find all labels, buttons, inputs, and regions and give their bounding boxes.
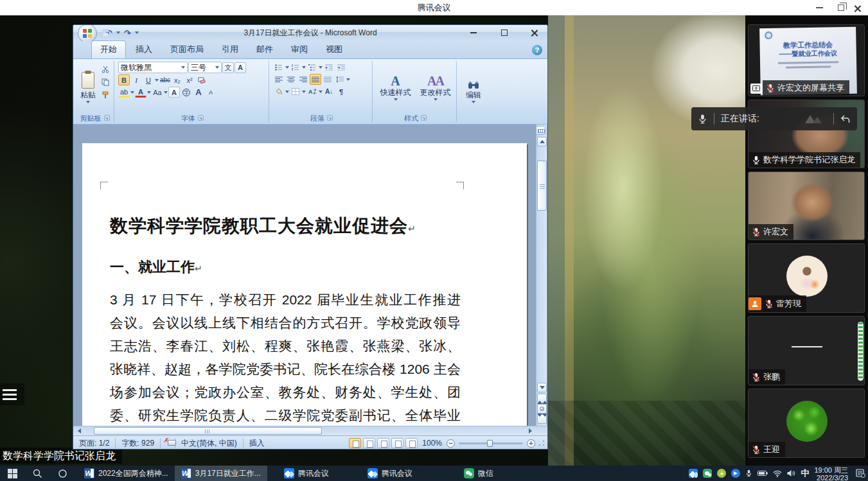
word-titlebar[interactable]: ↶ ↷ 3月17日就业工作会议 - Microsoft Word <box>73 25 547 41</box>
asian-layout-dropdown-icon[interactable] <box>319 91 323 93</box>
tray-wechat-icon[interactable] <box>703 469 712 478</box>
shrink-font-button[interactable]: A <box>205 87 217 98</box>
sort-button[interactable]: A↓ <box>323 86 335 97</box>
taskbar-search-button[interactable] <box>25 466 50 481</box>
taskbar-clock[interactable]: 19:00 周三 2022/3/23 <box>814 466 848 481</box>
line-spacing-button[interactable] <box>334 74 346 85</box>
bullets-button[interactable] <box>273 62 285 73</box>
editing-button[interactable]: 编辑 <box>463 80 484 105</box>
zoom-in-button[interactable]: + <box>527 439 535 448</box>
bullets-dropdown-icon[interactable] <box>285 66 289 69</box>
shading-button[interactable]: A <box>168 87 180 98</box>
align-center-button[interactable] <box>285 74 297 85</box>
ruler-toggle-button[interactable] <box>536 126 545 135</box>
h-scrollbar-thumb[interactable] <box>94 427 322 435</box>
underline-button[interactable]: U <box>143 74 154 85</box>
reply-arrow-icon[interactable] <box>840 114 851 124</box>
resize-grip[interactable] <box>538 440 545 446</box>
styles-dialog-launcher[interactable]: ↘ <box>421 115 427 121</box>
language-indicator[interactable]: 中文(简体, 中国) <box>175 438 244 448</box>
font-color-button[interactable]: A <box>135 87 146 98</box>
taskbar-app-meeting-2[interactable]: 腾讯会议 <box>361 466 419 481</box>
tab-review[interactable]: 审阅 <box>283 41 316 58</box>
align-right-button[interactable] <box>297 74 309 85</box>
grow-font-button[interactable]: A <box>193 87 204 98</box>
previous-page-button[interactable] <box>537 394 547 403</box>
spellcheck-status[interactable]: ✗ <box>161 438 175 448</box>
help-button[interactable]: ? <box>532 45 542 55</box>
draft-view-button[interactable] <box>405 438 418 448</box>
clipboard-dialog-launcher[interactable]: ↘ <box>104 115 110 121</box>
subscript-button[interactable]: x₂ <box>172 74 183 85</box>
document-page[interactable]: 数学科学学院教职工大会就业促进会↵ 一、就业工作↵ 3 月 17 日下午，学校召… <box>82 143 527 426</box>
shading-dropdown-icon[interactable] <box>285 91 289 93</box>
superscript-button[interactable]: x² <box>184 74 195 85</box>
next-page-button[interactable] <box>537 414 547 424</box>
participant-list-scrollbar[interactable] <box>858 322 864 381</box>
quick-styles-button[interactable]: A 快速样式 <box>378 73 414 102</box>
page-indicator[interactable]: 页面: 1/2 <box>73 438 116 448</box>
scroll-up-button[interactable] <box>537 137 547 146</box>
word-close-button[interactable] <box>524 26 544 39</box>
participant-avatar-thumbnail[interactable]: 雷芳現 <box>748 243 865 313</box>
scrollbar-thumb[interactable] <box>537 161 547 211</box>
strikethrough-button[interactable]: abc <box>159 74 171 85</box>
web-layout-view-button[interactable] <box>377 438 389 448</box>
format-painter-button[interactable] <box>100 89 111 100</box>
tab-view[interactable]: 视图 <box>317 41 351 58</box>
cortana-button[interactable] <box>50 466 75 481</box>
tray-app-icon[interactable] <box>731 469 740 478</box>
participant-avatar-thumbnail[interactable]: 张鹏 <box>748 316 865 385</box>
paste-button[interactable]: 粘贴 <box>78 62 98 113</box>
font-dialog-launcher[interactable]: ↘ <box>198 115 204 121</box>
participant-video-thumbnail[interactable]: 许宏文 <box>748 171 865 240</box>
minimize-button[interactable] <box>808 0 830 15</box>
highlight-dropdown-icon[interactable] <box>130 91 134 94</box>
pinyin-guide-button[interactable]: 文 <box>222 62 234 73</box>
outline-view-button[interactable] <box>391 438 403 448</box>
multilevel-dropdown-icon[interactable] <box>319 66 323 69</box>
word-minimize-button[interactable] <box>464 26 483 39</box>
align-left-button[interactable] <box>273 74 285 85</box>
fullscreen-view-button[interactable] <box>363 438 375 448</box>
character-border-button[interactable]: A <box>235 62 246 73</box>
close-button[interactable] <box>846 0 868 15</box>
increase-indent-button[interactable] <box>335 62 347 73</box>
justify-button[interactable] <box>310 74 321 85</box>
font-color-dropdown-icon[interactable] <box>147 91 151 94</box>
highlight-button[interactable]: ab <box>118 87 130 98</box>
shading-fill-button[interactable] <box>273 86 285 97</box>
asian-layout-button[interactable]: A <box>306 86 318 97</box>
scroll-left-button[interactable] <box>75 427 84 435</box>
ime-indicator[interactable]: 中 <box>801 468 809 479</box>
tray-volume-icon[interactable] <box>787 469 795 477</box>
font-size-combo[interactable]: 三号 <box>188 62 222 73</box>
paragraph-dialog-launcher[interactable]: ↘ <box>327 115 333 121</box>
tray-network-icon[interactable] <box>773 470 782 477</box>
show-marks-button[interactable]: ¶ <box>335 86 347 97</box>
cut-button[interactable] <box>100 64 111 74</box>
clear-formatting-button[interactable] <box>196 74 208 85</box>
tray-battery-icon[interactable] <box>757 470 768 477</box>
select-browse-object-button[interactable] <box>537 404 547 414</box>
tray-tencent-meeting-icon[interactable] <box>689 469 698 478</box>
screen-share-thumbnail[interactable]: 教学工作总结会 ——暨就业工作会议 许宏文的屏幕共享 <box>748 24 865 96</box>
numbering-dropdown-icon[interactable] <box>302 66 306 69</box>
bold-button[interactable]: B <box>118 74 130 85</box>
underline-dropdown-icon[interactable] <box>155 79 159 82</box>
word-count[interactable]: 字数: 929 <box>116 438 161 448</box>
italic-button[interactable]: I <box>130 74 142 85</box>
participant-avatar-thumbnail[interactable]: 王迎 <box>748 389 865 458</box>
insert-mode-indicator[interactable]: 插入 <box>244 438 270 448</box>
action-center-icon[interactable] <box>856 469 865 478</box>
zoom-level[interactable]: 100% <box>420 439 445 448</box>
line-spacing-dropdown-icon[interactable] <box>346 78 350 81</box>
numbering-button[interactable] <box>290 62 301 73</box>
font-name-combo[interactable]: 微软雅黑 <box>118 62 188 73</box>
change-case-button[interactable]: Aa <box>152 87 163 98</box>
tab-page-layout[interactable]: 页面布局 <box>162 41 212 58</box>
taskbar-app-wechat[interactable]: 微信 <box>457 466 500 481</box>
taskbar-app-meeting-1[interactable]: 腾讯会议 <box>278 466 335 481</box>
scroll-right-button[interactable] <box>526 427 535 435</box>
taskbar-app-word-1[interactable]: W 2022全国两会精神... <box>78 466 175 481</box>
